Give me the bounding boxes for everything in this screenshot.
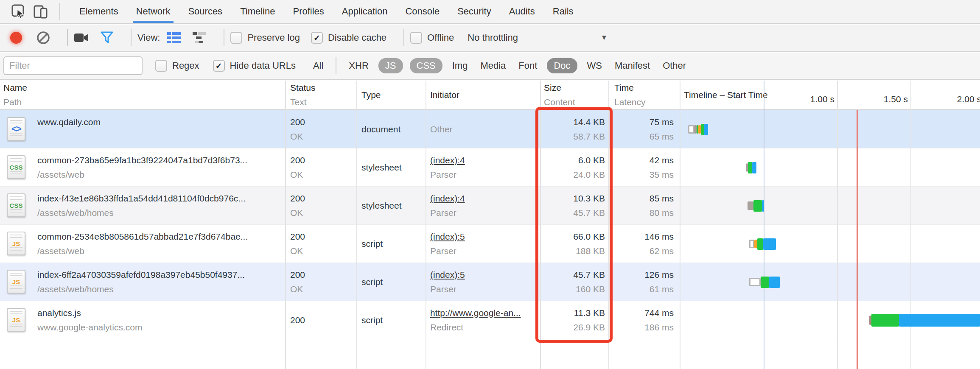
- table-header: NamePath StatusText Type Initiator SizeC…: [0, 81, 980, 110]
- offline-checkbox[interactable]: [410, 32, 422, 44]
- column-header-type[interactable]: Type: [361, 81, 423, 109]
- filter-type-other[interactable]: Other: [663, 60, 686, 71]
- time-cell: 42 ms35 ms: [614, 148, 674, 186]
- content-size-value: 58.7 KB: [542, 131, 605, 142]
- column-header-size[interactable]: SizeContent: [544, 81, 605, 109]
- time-cell: 744 ms186 ms: [614, 301, 674, 339]
- tab-application[interactable]: Application: [342, 0, 388, 23]
- request-name-cell: index-f43e1e86b33ffda1a54dd41d81104f0dcb…: [37, 187, 281, 224]
- clear-button[interactable]: [36, 31, 50, 45]
- view-waterfall-button[interactable]: [192, 31, 207, 44]
- devtools-window: ElementsNetworkSourcesTimelineProfilesAp…: [0, 0, 980, 369]
- initiator-link[interactable]: (index):5: [430, 231, 538, 242]
- tab-console[interactable]: Console: [405, 0, 440, 23]
- throttling-select[interactable]: No throttling ▼: [468, 32, 608, 43]
- filter-input[interactable]: [3, 56, 143, 75]
- initiator-cell: (index):4Parser: [430, 187, 538, 224]
- tab-timeline[interactable]: Timeline: [240, 0, 275, 23]
- divider: [224, 29, 224, 46]
- filter-type-css[interactable]: CSS: [410, 58, 442, 73]
- table-row[interactable]: JSindex-6ff2a47030359afefd0198a397eb45b5…: [0, 263, 980, 301]
- filter-type-all[interactable]: All: [313, 60, 323, 71]
- record-button[interactable]: [10, 32, 22, 44]
- filter-funnel-button[interactable]: [100, 31, 114, 45]
- tab-elements[interactable]: Elements: [79, 0, 118, 23]
- status-cell: 200OK: [290, 225, 354, 263]
- js-file-icon: JS: [7, 270, 25, 294]
- network-filter-bar: Regex ✓ Hide data URLs AllXHRJSCSSImgMed…: [0, 53, 980, 80]
- regex-checkbox[interactable]: [155, 60, 167, 72]
- table-row[interactable]: <>www.qdaily.com200OKdocumentOther14.4 K…: [0, 110, 980, 148]
- screenshot-camera-button[interactable]: [74, 32, 89, 43]
- latency-value: 61 ms: [614, 284, 674, 295]
- latency-value: 62 ms: [614, 246, 674, 257]
- divider: [67, 29, 68, 46]
- filter-type-img[interactable]: Img: [452, 60, 468, 71]
- js-file-icon: JS: [7, 232, 25, 255]
- type-value: stylesheet: [361, 162, 423, 173]
- status-text: OK: [290, 207, 354, 218]
- initiator-link[interactable]: http://www.google-an...: [430, 308, 538, 319]
- request-name: index-6ff2a47030359afefd0198a397eb45b50f…: [37, 269, 281, 280]
- css-file-icon: CSS: [7, 155, 25, 179]
- device-toolbar-button[interactable]: [31, 2, 50, 21]
- disable-cache-checkbox[interactable]: ✓: [311, 32, 323, 44]
- filter-type-doc[interactable]: Doc: [547, 58, 577, 73]
- initiator-link[interactable]: (index):5: [430, 269, 538, 280]
- type-cell: script: [361, 263, 423, 301]
- content-size-value: 45.7 KB: [542, 207, 605, 218]
- content-size-value: 26.9 KB: [542, 322, 605, 333]
- size-value: 11.3 KB: [542, 308, 605, 319]
- tab-audits[interactable]: Audits: [509, 0, 535, 23]
- initiator-link[interactable]: (index):4: [430, 193, 538, 204]
- content-size-value: 188 KB: [542, 246, 605, 257]
- initiator-cell: http://www.google-an...Redirect: [430, 301, 538, 339]
- filter-type-media[interactable]: Media: [480, 60, 506, 71]
- column-header-name[interactable]: NamePath: [3, 81, 258, 109]
- status-text: OK: [290, 246, 354, 257]
- table-row[interactable]: CSScommon-273ba65e9fa1bc3f9224047a1bd7d3…: [0, 148, 980, 187]
- tab-security[interactable]: Security: [457, 0, 491, 23]
- time-value: 744 ms: [614, 308, 674, 319]
- time-cell: 85 ms80 ms: [614, 187, 674, 224]
- size-value: 14.4 KB: [542, 117, 605, 128]
- css-file-icon: CSS: [7, 193, 25, 217]
- request-path: www.google-analytics.com: [37, 322, 281, 333]
- initiator-cell: (index):4Parser: [430, 148, 538, 186]
- request-name-cell: index-6ff2a47030359afefd0198a397eb45b50f…: [37, 263, 281, 301]
- resource-type-filters: AllXHRJSCSSImgMediaFontDocWSManifestOthe…: [307, 57, 692, 74]
- column-header-timeline[interactable]: Timeline – Start Time: [684, 81, 854, 109]
- table-row[interactable]: CSSindex-f43e1e86b33ffda1a54dd41d81104f0…: [0, 187, 980, 225]
- preserve-log-checkbox[interactable]: [230, 32, 242, 44]
- status-code: 200: [290, 231, 354, 242]
- initiator-link[interactable]: (index):4: [430, 155, 538, 166]
- filter-type-ws[interactable]: WS: [587, 60, 602, 71]
- filter-type-manifest[interactable]: Manifest: [615, 60, 650, 71]
- filter-type-xhr[interactable]: XHR: [349, 60, 368, 71]
- tab-network[interactable]: Network: [136, 0, 171, 23]
- column-header-initiator[interactable]: Initiator: [430, 81, 536, 109]
- status-cell: 200: [290, 301, 354, 339]
- table-row[interactable]: JSanalytics.jswww.google-analytics.com20…: [0, 301, 980, 339]
- hide-data-urls-checkbox[interactable]: ✓: [213, 60, 225, 72]
- content-size-value: 160 KB: [542, 284, 605, 295]
- view-list-button[interactable]: [167, 31, 181, 44]
- status-code: 200: [290, 193, 354, 204]
- request-path: /assets/web/homes: [37, 284, 281, 295]
- filter-type-font[interactable]: Font: [518, 60, 537, 71]
- tab-profiles[interactable]: Profiles: [293, 0, 324, 23]
- column-header-status[interactable]: StatusText: [290, 81, 354, 109]
- filter-type-js[interactable]: JS: [378, 58, 403, 73]
- status-text: OK: [290, 131, 354, 142]
- table-row[interactable]: JScommon-2534e8b805861d57abbad21e7f3d674…: [0, 225, 980, 263]
- size-cell: 66.0 KB188 KB: [542, 225, 605, 263]
- inspect-element-button[interactable]: [9, 2, 28, 21]
- initiator-detail: Parser: [430, 284, 538, 295]
- tab-rails[interactable]: Rails: [553, 0, 574, 23]
- status-code: 200: [290, 269, 354, 280]
- type-cell: script: [361, 225, 423, 263]
- column-header-time[interactable]: TimeLatency: [614, 81, 676, 109]
- tab-sources[interactable]: Sources: [188, 0, 222, 23]
- status-cell: 200OK: [290, 148, 354, 186]
- time-cell: 146 ms62 ms: [614, 225, 674, 263]
